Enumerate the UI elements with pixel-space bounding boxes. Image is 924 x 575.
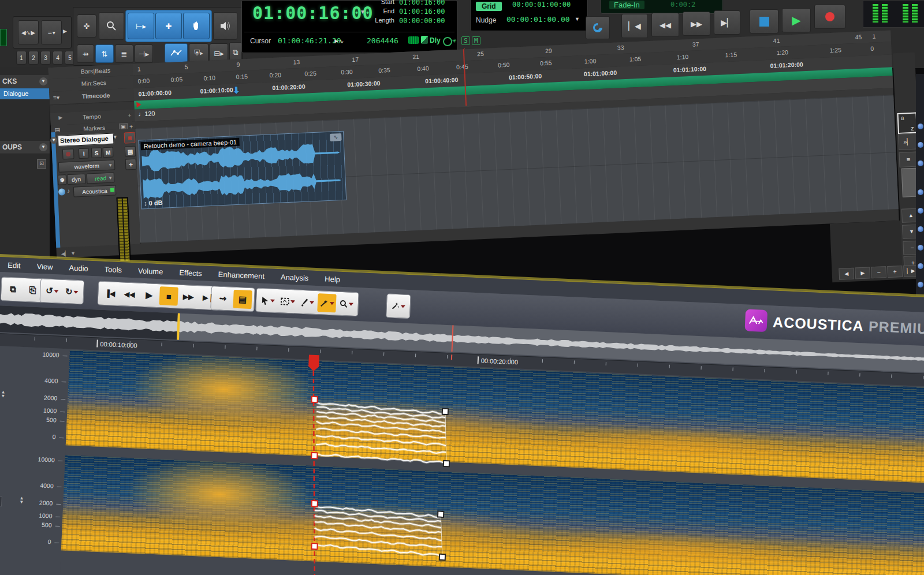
track-name-box[interactable]: Stereo Dialogue (58, 133, 114, 146)
redo-button[interactable]: ↻ (62, 282, 81, 301)
brush-tool-caret-icon[interactable] (309, 301, 314, 304)
screenset-button-1[interactable]: 1 (16, 51, 27, 65)
h-scroll-left-button[interactable]: ◀ (839, 268, 854, 280)
zoom-tool-caret-icon[interactable] (349, 303, 353, 305)
play-button[interactable]: ▶ (782, 8, 811, 32)
stop-button[interactable] (750, 9, 778, 33)
brush-tool-button[interactable] (297, 293, 316, 312)
select-tool-caret-icon[interactable] (270, 299, 274, 302)
screenset-button-2[interactable]: 2 (28, 51, 39, 65)
stop-button[interactable]: ■ (159, 286, 178, 305)
display-mode-dropdown[interactable]: waveform ▼ (58, 159, 116, 172)
play-button[interactable]: ▶ (140, 286, 159, 305)
tracks-pane-header[interactable]: CKS ▼ (0, 75, 50, 88)
sample-position[interactable]: 2064446 (367, 36, 398, 45)
dock-panel-icon[interactable] (918, 282, 923, 288)
input-echo-button[interactable]: I (79, 148, 90, 159)
spectral-view-button[interactable]: ▤ (233, 290, 252, 309)
track-header-stereo-dialogue[interactable]: ▼ Stereo Dialogue ▼ I S M waveform ▼ ❄ d… (51, 129, 141, 248)
magic-wand-tool-button[interactable] (317, 293, 336, 312)
dock-panel-icon[interactable] (918, 245, 923, 251)
track-height-button[interactable]: ≂▾ (41, 20, 62, 44)
zoom-expand-arrow[interactable]: ▶ (63, 28, 67, 34)
marquee-tool-caret-icon[interactable] (290, 300, 295, 303)
hand-tool-button[interactable] (183, 13, 210, 39)
tempo-value[interactable]: ♩120 (138, 110, 155, 117)
grid-value[interactable]: 00:00:01:00:00 (512, 1, 571, 9)
nudge-value[interactable]: 00:00:01:00.00 (506, 15, 570, 24)
menu-item-enhancement[interactable]: Enhancement (218, 270, 264, 280)
h-zoom-out-button[interactable]: − (871, 266, 886, 278)
track-name-caret[interactable]: ▼ (113, 134, 118, 140)
notes-button[interactable]: ▤ (125, 146, 136, 157)
zoom-tool-button[interactable] (337, 294, 356, 313)
main-timecode[interactable]: 01:00:16:00 (252, 3, 374, 23)
nudge-caret[interactable]: ▼ (575, 16, 580, 22)
freeze-indicator-icon[interactable]: ✳ (452, 36, 456, 44)
menu-item-volume[interactable]: Volume (138, 266, 163, 276)
plugin-slot-acoustica[interactable]: Acoustica (73, 185, 117, 197)
channel-link-button[interactable] (0, 496, 2, 507)
clip-gain-label[interactable]: ↕ 0 dB (144, 199, 163, 207)
dock-panel-icon[interactable] (918, 208, 923, 214)
clip-protect-button[interactable]: ⛨▸ (189, 43, 208, 63)
track-expand-icon[interactable]: ▼ (50, 137, 58, 144)
menu-item-tools[interactable]: Tools (104, 264, 122, 274)
menu-item-edit[interactable]: Edit (8, 260, 21, 270)
tempo-start-marker[interactable] (136, 102, 141, 107)
rewind-button[interactable]: ◀◀ (651, 13, 679, 37)
dock-panel-icon[interactable] (918, 226, 923, 232)
auto-scroll-button[interactable]: »▏ (898, 133, 917, 150)
go-to-end-button[interactable]: ▶▏ (714, 10, 740, 35)
menu-item-help[interactable]: Help (325, 274, 340, 283)
clip-fx-chip-icon[interactable]: ∿ (330, 133, 342, 141)
rewind-button[interactable]: ◀◀ (120, 285, 139, 304)
solo-button[interactable]: S (91, 147, 102, 158)
collapse-tracks-icon[interactable]: ▼ (39, 77, 47, 85)
edit-tool-button[interactable]: ⊢▸ (128, 13, 154, 39)
fast-forward-button[interactable]: ▶▶ (683, 12, 710, 36)
split-tool-button[interactable]: ⊣▸ (135, 44, 153, 63)
track-list-item-dialogue[interactable]: Dialogue (0, 88, 50, 99)
screenset-button-4[interactable]: 4 (53, 51, 63, 65)
dyn-dropdown[interactable]: dyn (67, 174, 86, 185)
mute-badge[interactable]: M (472, 36, 480, 45)
menu-item-audio[interactable]: Audio (69, 263, 88, 272)
wand-tool-caret-icon[interactable] (329, 302, 334, 305)
audio-clip[interactable]: Retouch demo - camera beep-01 ↕ 0 dB ∿ (138, 131, 346, 210)
retouch-tool-button[interactable] (389, 297, 408, 316)
audition-tool-button[interactable] (213, 12, 237, 40)
az-zoom-button[interactable]: a z (897, 113, 918, 134)
punch-indicator-icon[interactable] (421, 36, 428, 44)
waveform-view-button[interactable]: ⇝ (213, 289, 232, 308)
menu-item-effects[interactable]: Effects (179, 268, 202, 278)
collapse-groups-icon[interactable]: ▼ (39, 143, 47, 151)
grid-toggle[interactable]: Grid (476, 2, 502, 11)
v-scrollbar-thumb[interactable] (901, 168, 918, 197)
pattern-tool-button[interactable]: ≣ (115, 44, 133, 63)
dock-panel-icon[interactable] (918, 124, 923, 129)
go-start-button[interactable]: ▐◀ (100, 284, 120, 303)
forward-button[interactable]: ▶▶ (178, 288, 198, 307)
record-button[interactable] (814, 5, 845, 29)
now-time-arrow-icon[interactable]: ⬇ (232, 85, 240, 96)
undo-button[interactable]: ↺ (43, 281, 62, 300)
add-track-button[interactable]: + (125, 159, 137, 170)
go-to-start-button[interactable]: ▏◀ (621, 14, 648, 38)
pencil-tool-button[interactable]: ⇸ (77, 44, 94, 63)
cursor-value[interactable]: 01:00:46:21.20 (278, 36, 341, 45)
screenset-button-3[interactable]: 3 (40, 51, 51, 65)
clip-mute-button[interactable]: ◙ (124, 132, 136, 144)
lane-collapse-icons[interactable]: ◀▏ ▼ (61, 251, 76, 257)
marquee-tool-button[interactable] (278, 292, 297, 311)
nudge-tool-button[interactable]: ⇅ (95, 44, 114, 63)
retouch-tool-caret-icon[interactable] (401, 305, 405, 308)
comping-tool-button[interactable]: ✚ (155, 13, 182, 39)
dock-panel-icon[interactable] (918, 142, 923, 148)
redo-caret-icon[interactable] (74, 290, 79, 293)
fade-in-label[interactable]: Fade-In (609, 1, 644, 9)
field-start-value[interactable]: 01:00:16:00 (399, 0, 445, 6)
plugin-chain-icon[interactable]: ♪ (67, 188, 70, 194)
groups-pane-header[interactable]: OUPS ▼ (0, 141, 50, 154)
menu-item-view[interactable]: View (36, 262, 53, 271)
